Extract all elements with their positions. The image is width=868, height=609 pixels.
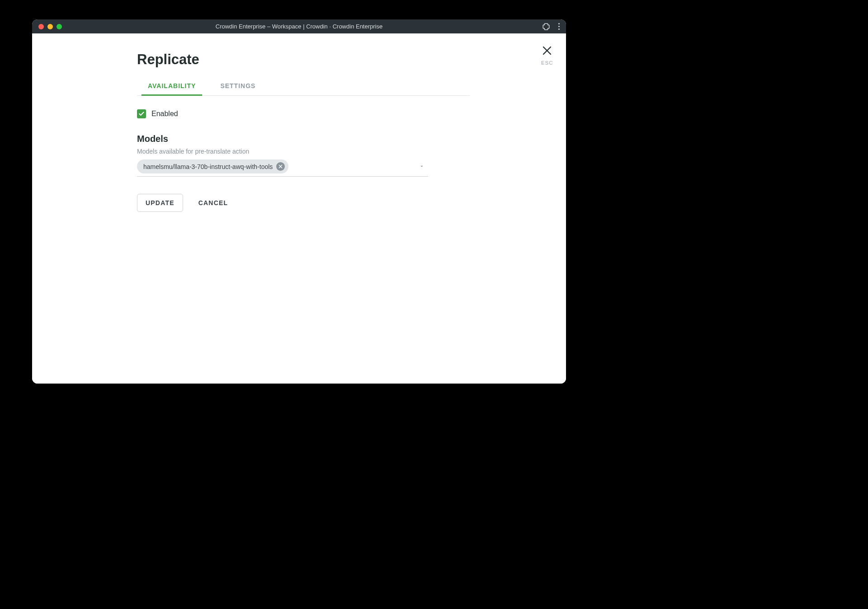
close-button[interactable] [541,45,553,58]
enabled-row: Enabled [137,109,470,118]
content: ESC Replicate AVAILABILITY SETTINGS Enab… [32,33,566,384]
model-chip-label: hamelsmu/llama-3-70b-instruct-awq-with-t… [143,163,273,170]
tab-availability[interactable]: AVAILABILITY [145,78,198,95]
app-window: Crowdin Enterprise – Workspace | Crowdin… [32,19,566,384]
titlebar: Crowdin Enterprise – Workspace | Crowdin… [32,19,566,33]
traffic-lights [38,24,62,29]
chevron-down-icon[interactable] [419,163,425,171]
model-chip: hamelsmu/llama-3-70b-instruct-awq-with-t… [137,159,288,173]
cancel-button[interactable]: CANCEL [190,194,236,211]
window-minimize-button[interactable] [47,24,53,29]
model-chip-remove[interactable] [276,162,285,171]
models-select[interactable]: hamelsmu/llama-3-70b-instruct-awq-with-t… [137,159,428,177]
more-menu-icon[interactable] [558,23,560,30]
close-esc-label: ESC [541,60,553,66]
tab-settings[interactable]: SETTINGS [217,78,258,95]
extensions-icon[interactable] [542,23,550,31]
close-region: ESC [541,45,553,66]
panel: Replicate AVAILABILITY SETTINGS Enabled … [32,33,470,212]
enabled-label: Enabled [151,110,178,118]
window-title: Crowdin Enterprise – Workspace | Crowdin… [216,23,382,30]
actions-row: UPDATE CANCEL [137,194,470,212]
tabs: AVAILABILITY SETTINGS [137,78,470,96]
panel-title: Replicate [137,52,470,68]
models-subheading: Models available for pre-translate actio… [137,148,470,155]
update-button[interactable]: UPDATE [137,194,183,212]
enabled-checkbox[interactable] [137,109,146,118]
window-close-button[interactable] [38,24,44,29]
titlebar-right [542,23,560,31]
window-zoom-button[interactable] [57,24,62,29]
availability-section: Enabled Models Models available for pre-… [137,96,470,212]
models-heading: Models [137,134,470,144]
